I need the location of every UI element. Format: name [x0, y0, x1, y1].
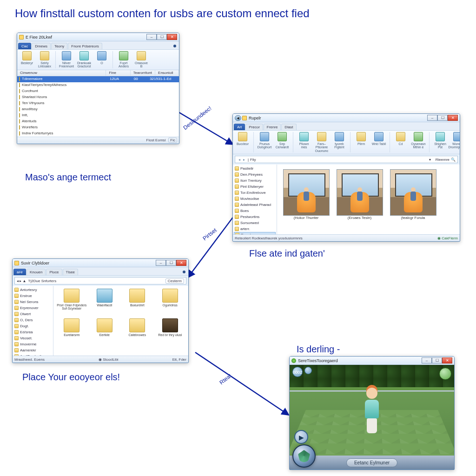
tree-item[interactable]: Imoverme [13, 341, 52, 347]
tree-item[interactable]: Antortesry [13, 287, 52, 293]
tab[interactable]: Dmews [32, 43, 51, 49]
maximize-button[interactable] [432, 357, 442, 364]
tree-item[interactable]: Erstroe [13, 293, 52, 299]
ribbon-button[interactable]: tyoreb Figtent [331, 132, 347, 149]
list-item[interactable]: Atentuds [17, 119, 179, 125]
tab[interactable]: Ploce [46, 269, 62, 275]
tree-item[interactable]: Sorsonwed [234, 220, 276, 226]
ribbon-button[interactable]: Bucdeor [235, 132, 251, 145]
tree-item[interactable]: Pint Efstieryer [234, 184, 276, 190]
nav-back-icon[interactable]: ◄ [235, 115, 241, 121]
tree-item[interactable]: Den.Plreyees [234, 172, 276, 178]
sim-avatar[interactable] [363, 388, 381, 434]
tab[interactable]: Fnore Pdsereors [68, 43, 102, 49]
titlebar[interactable]: E Fiee 20Lkwf [17, 33, 179, 41]
address-bar[interactable]: ◂▸ | Fliy ▾ Rieemre 🔍 [235, 156, 458, 163]
ribbon-button[interactable]: Plirm [353, 132, 369, 145]
ribbon-button[interactable]: Fars–Pttorane Ouononc [314, 132, 330, 152]
list-item[interactable]: Corcfnunt [17, 88, 179, 94]
maximize-button[interactable] [157, 34, 167, 40]
minimize-button[interactable] [422, 357, 432, 364]
tree-item[interactable]: O, Ders [13, 317, 52, 323]
tab[interactable]: Precor [245, 124, 263, 130]
col-header[interactable]: Tearorritont [131, 70, 155, 76]
hud-icon[interactable] [304, 367, 312, 374]
tree-item[interactable]: Itorr Trentory [234, 178, 276, 184]
folder-icon[interactable]: Catebrowes [122, 318, 153, 346]
tree-item[interactable]: AerilTonduelle [13, 353, 52, 356]
ribbon-button[interactable]: Wrid Tabil [371, 132, 387, 145]
minimize-button[interactable] [156, 260, 166, 266]
list-item[interactable]: Tdinemaiore12UA00321531-1-Ed [17, 76, 179, 82]
folder-icon[interactable]: Eertide [89, 318, 120, 346]
tab[interactable]: Frenre [264, 124, 281, 130]
tab[interactable]: Art [234, 124, 245, 130]
ribbon-button[interactable]: Cd [393, 132, 409, 145]
search-label[interactable]: Rieemre [436, 158, 450, 162]
ribbon-button[interactable]: Woneyr Dromnpitions [450, 132, 460, 149]
ribbon-button[interactable]: Shighen Pst [432, 132, 448, 149]
maximize-button[interactable] [166, 260, 176, 266]
list-item[interactable]: Intt, [17, 112, 179, 119]
address-bar[interactable]: ◂ ▸ ▲ T|2Due Snforters Cesterm [14, 277, 186, 284]
tree-item[interactable]: Ed/srea [13, 329, 52, 335]
tree-item[interactable]: Movleodise [234, 196, 276, 202]
ribbon-button[interactable]: Snp Cerwardt [274, 132, 290, 149]
folder-icon[interactable]: Red br thry olusl [155, 318, 186, 346]
help-icon[interactable] [173, 45, 176, 47]
thumbnail[interactable]: (Hokor Thunter [282, 169, 331, 220]
maximize-button[interactable] [437, 115, 448, 121]
close-button[interactable] [176, 260, 186, 266]
list-item[interactable]: Ten Vthyouns [17, 100, 179, 106]
ribbon-button[interactable]: Besteryr [19, 51, 35, 65]
list-item[interactable]: anoditssy [17, 106, 179, 112]
folder-icon[interactable]: Prsrr Oran Fdpnders Sof-Scyneser [56, 289, 87, 317]
titlebar[interactable]: SereTixesTooregaerd [290, 357, 454, 365]
list-item[interactable]: Worefiers [17, 125, 179, 131]
tree-item[interactable]: Pastiellr [234, 165, 276, 172]
tree-item[interactable]: Boes [234, 208, 276, 214]
tab[interactable]: Teony [51, 43, 67, 49]
minimize-button[interactable] [146, 34, 157, 40]
folder-icon[interactable]: Waenfacdl [89, 289, 120, 317]
plumbob-orb-icon[interactable] [292, 444, 316, 468]
close-button[interactable] [448, 115, 458, 121]
ribbon-button[interactable]: O [94, 51, 110, 65]
play-button[interactable]: ▶ [294, 430, 308, 444]
breadcrumb[interactable]: Fliy [250, 158, 256, 162]
thumbnail[interactable]: (Eroaes Tesln) [335, 169, 384, 220]
thumbnail[interactable]: (tealcgr Forula [389, 169, 437, 220]
ribbon-button[interactable]: Oysenasn Mthin e [410, 132, 426, 149]
bottom-panel-label[interactable]: Eetanc Eylmuner [346, 458, 397, 467]
list-item[interactable]: KlastTieriyesTerepfAthescs [17, 82, 179, 88]
titlebar[interactable]: ◄ Rupelr [233, 114, 460, 122]
close-button[interactable] [167, 34, 177, 40]
list-item[interactable]: Indrw Forterturryes [17, 131, 179, 137]
ribbon-button[interactable]: Prunus Dobginort [257, 132, 272, 149]
list-item[interactable]: Sharlast Hzons [17, 94, 179, 100]
ribbon-button[interactable]: Drankoak Gractorst [76, 51, 92, 68]
tab[interactable]: Tlsee [63, 269, 79, 275]
col-header[interactable]: Cinwenow [17, 70, 106, 76]
tree-item[interactable]: Nel Serons [13, 299, 52, 305]
tree-item[interactable]: Veoset. [13, 335, 52, 341]
ribbon-button[interactable]: Onasove B [133, 51, 149, 68]
tree-item[interactable]: Aamerekr [13, 347, 52, 353]
minimize-button[interactable] [427, 115, 437, 121]
ribbon-button[interactable]: Seirly Linbsaex [37, 51, 53, 68]
tree-item[interactable]: Tor-Endtrebove [234, 190, 276, 196]
tree-item[interactable]: Pestwortins [234, 214, 276, 220]
breadcrumb[interactable]: T|2Due Snforters [28, 279, 56, 283]
close-button[interactable] [442, 357, 452, 364]
folder-icon[interactable]: Boeurdnrt [122, 289, 153, 317]
tree-item[interactable]: Erprenover [13, 305, 52, 311]
hud-top-right-icon[interactable] [439, 368, 451, 380]
folder-icon[interactable]: Eurelarsrm [56, 318, 87, 346]
tree-item[interactable]: Rryod: [234, 232, 276, 234]
tab[interactable]: Knouen [26, 269, 46, 275]
addr-button[interactable]: Cesterm [165, 278, 184, 284]
folder-icon[interactable]: Ogoridnss [155, 289, 186, 317]
tree-item[interactable]: arterr. [234, 226, 276, 232]
tree-item[interactable]: Adatnteast Pharad [234, 202, 276, 208]
tab[interactable]: Cac [18, 43, 31, 49]
